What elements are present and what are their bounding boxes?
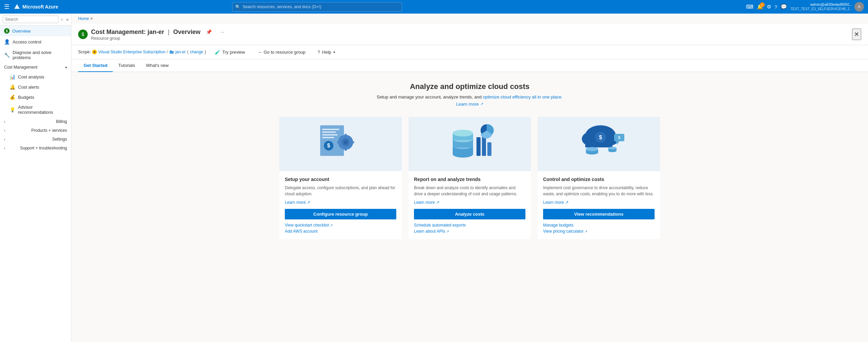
global-search-bar[interactable]: 🔍 xyxy=(232,2,402,12)
help-button[interactable]: ? Help ▾ xyxy=(314,48,338,56)
svg-point-12 xyxy=(344,140,348,144)
view-recommendations-button[interactable]: View recommendations xyxy=(543,209,655,219)
configure-resource-group-button[interactable]: Configure resource group xyxy=(285,209,396,219)
sidebar-item-cost-analysis[interactable]: 📊 Cost analysis xyxy=(0,72,71,82)
scope-label: Scope: xyxy=(78,50,91,54)
sidebar-billing-label: Billing xyxy=(56,119,67,124)
sidebar-item-budgets[interactable]: 💰 Budgets xyxy=(0,92,71,102)
card-optimize-learn-link[interactable]: Learn more ↗ xyxy=(543,200,569,205)
tab-tutorials[interactable]: Tutorials xyxy=(113,59,140,72)
tab-get-started[interactable]: Get Started xyxy=(78,59,113,72)
tab-whats-new[interactable]: What's new xyxy=(140,59,174,72)
close-button[interactable]: ✕ xyxy=(852,29,861,40)
sidebar-collapse-buttons: ‹ « xyxy=(60,16,70,23)
content-area: Home > $ Cost Management: jan-er | Overv… xyxy=(71,14,868,342)
optimize-illustration: $ $ xyxy=(568,120,629,168)
sidebar-budgets-label: Budgets xyxy=(18,95,34,100)
sidebar: ‹ « $ Overview 👤 Access control 🔧 Diagno… xyxy=(0,14,71,342)
card-optimize: $ $ Control and optimize costs xyxy=(538,117,660,239)
top-nav-icons: ⌨ 🔔1 ⚙ ? 💬 admin@a830edad9050... TEST_TE… xyxy=(746,2,864,12)
external-link-icon-2: ↗ xyxy=(330,223,333,227)
schedule-exports-link[interactable]: Schedule automated exports xyxy=(414,223,525,228)
sidebar-search-wrapper: ‹ « xyxy=(0,14,71,25)
breadcrumb-separator: > xyxy=(90,16,93,21)
settings-icon[interactable]: ⚙ xyxy=(767,4,771,10)
svg-point-38 xyxy=(586,147,598,151)
learn-apis-link[interactable]: Learn about APIs ↗ xyxy=(414,229,525,234)
card-setup-body: Setup your account Delegate access, conf… xyxy=(279,171,402,239)
scope-subscription[interactable]: Visual Studio Enterprise Subscription xyxy=(98,50,165,54)
breadcrumb-home[interactable]: Home xyxy=(78,16,89,21)
try-preview-button[interactable]: 🧪 Try preview xyxy=(211,48,248,56)
dollar-icon: $ xyxy=(4,28,10,34)
svg-rect-30 xyxy=(487,142,491,156)
sidebar-section-support[interactable]: › Support + troubleshooting xyxy=(0,144,71,152)
sidebar-item-advisor[interactable]: 💡 Advisor recommendations xyxy=(0,102,71,117)
card-optimize-links: Manage budgets View pricing calculator ↗ xyxy=(543,223,655,234)
user-avatar[interactable]: A xyxy=(854,2,864,12)
chevron-down-icon-help: ▾ xyxy=(333,50,335,54)
cloud-shell-icon[interactable]: ⌨ xyxy=(746,4,753,10)
svg-point-27 xyxy=(453,130,473,137)
help-icon[interactable]: ? xyxy=(775,4,777,10)
user-icon: 👤 xyxy=(4,39,10,44)
page-title-view: Overview xyxy=(173,29,201,35)
add-aws-link[interactable]: Add AWS account xyxy=(285,229,396,234)
wrench-icon: 🔧 xyxy=(4,52,10,58)
page-header: $ Cost Management: jan-er | Overview 📌 ·… xyxy=(71,24,868,45)
page-title-resource: Cost Management: jan-er xyxy=(91,29,164,35)
hero-learn-more-link[interactable]: Learn more ↗ xyxy=(456,102,483,107)
page-subtitle: Resource group xyxy=(91,36,228,41)
global-search-input[interactable] xyxy=(243,4,399,9)
notification-icon[interactable]: 🔔1 xyxy=(757,4,763,10)
sidebar-collapse-btn[interactable]: « xyxy=(65,16,70,23)
chevron-right-icon-3: › xyxy=(4,138,5,141)
setup-illustration: $ xyxy=(310,120,371,168)
external-link-icon-3: ↗ xyxy=(436,200,439,205)
breadcrumb: Home > xyxy=(71,14,868,24)
chevron-right-icon-4: › xyxy=(4,146,5,150)
card-analyze-learn-link[interactable]: Learn more ↗ xyxy=(414,200,439,205)
manage-budgets-link[interactable]: Manage budgets xyxy=(543,223,655,228)
sidebar-section-billing[interactable]: › Billing xyxy=(0,117,71,126)
scope-resource-group[interactable]: jan-er xyxy=(175,50,186,54)
card-setup-image: $ xyxy=(279,117,402,171)
user-info[interactable]: admin@a830edad9050... TEST_TEST_E3_SELFS… xyxy=(791,2,864,12)
sidebar-back-btn[interactable]: ‹ xyxy=(60,16,64,23)
sidebar-item-access-control[interactable]: 👤 Access control xyxy=(0,36,71,47)
sidebar-section-products[interactable]: › Products + services xyxy=(0,126,71,135)
feedback-icon[interactable]: 💬 xyxy=(781,4,787,10)
card-analyze-body: Report on and analyze trends Break down … xyxy=(409,171,531,239)
go-to-resource-group-button[interactable]: → Go to resource group xyxy=(254,48,309,56)
subscription-icon: ★ xyxy=(92,50,97,54)
page-header-left: $ Cost Management: jan-er | Overview 📌 ·… xyxy=(78,28,228,41)
card-setup: $ xyxy=(279,117,402,239)
pricing-calculator-link[interactable]: View pricing calculator ↗ xyxy=(543,229,655,234)
sidebar-search-input[interactable] xyxy=(3,16,58,23)
sidebar-section-settings[interactable]: › Settings xyxy=(0,135,71,144)
view-quickstart-link[interactable]: View quickstart checklist ↗ xyxy=(285,223,396,228)
sidebar-item-cost-alerts[interactable]: 🔔 Cost alerts xyxy=(0,82,71,92)
card-setup-learn-link[interactable]: Learn more ↗ xyxy=(285,200,310,205)
sidebar-item-diagnose[interactable]: 🔧 Diagnose and solve problems xyxy=(0,47,71,63)
preview-icon: 🧪 xyxy=(215,50,220,55)
brand-logo-area: Microsoft Azure xyxy=(14,3,58,10)
card-analyze: Report on and analyze trends Break down … xyxy=(409,117,531,239)
chevron-right-icon-2: › xyxy=(4,129,5,132)
hero-title: Analyze and optimize cloud costs xyxy=(279,82,660,91)
sidebar-advisor-label: Advisor recommendations xyxy=(18,105,67,115)
hamburger-menu[interactable]: ☰ xyxy=(4,3,10,11)
sidebar-item-overview[interactable]: $ Overview xyxy=(0,25,71,36)
brand-name: Microsoft Azure xyxy=(22,4,58,10)
sidebar-overview-label: Overview xyxy=(12,29,31,34)
scope-change-link[interactable]: change xyxy=(190,50,203,54)
card-analyze-desc: Break down and analyze costs to identify… xyxy=(414,185,525,197)
sidebar-section-cost-management[interactable]: Cost Management ▾ xyxy=(0,63,71,72)
svg-rect-2 xyxy=(170,50,171,51)
more-button[interactable]: ··· xyxy=(217,28,228,36)
svg-rect-7 xyxy=(322,137,334,138)
pin-button[interactable]: 📌 xyxy=(203,28,215,36)
analyze-costs-button[interactable]: Analyze costs xyxy=(414,209,525,219)
chart-icon: 📊 xyxy=(10,74,15,79)
svg-rect-28 xyxy=(476,137,481,156)
